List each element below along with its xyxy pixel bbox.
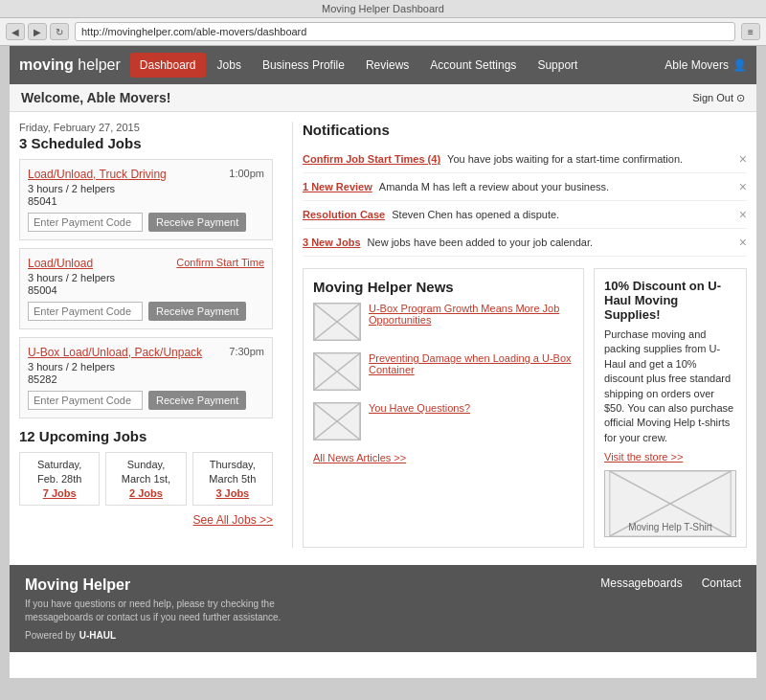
nav-reviews[interactable]: Reviews: [356, 53, 418, 78]
upcoming-date-3: March 5th: [201, 473, 264, 485]
upcoming-jobs-2[interactable]: 2 Jobs: [114, 487, 177, 499]
forward-button[interactable]: ▶: [28, 23, 47, 40]
job-card-1: Load/Unload, Truck Driving 1:00pm 3 hour…: [19, 159, 273, 240]
job-2-payment-input[interactable]: [28, 302, 143, 321]
job-1-time: 1:00pm: [229, 168, 264, 179]
footer: Moving Helper If you have questions or n…: [10, 565, 756, 652]
sub-header: Welcome, Able Movers! Sign Out ⊙: [10, 84, 756, 112]
job-3-link[interactable]: U-Box Load/Unload, Pack/Unpack: [28, 346, 202, 359]
footer-contact-link[interactable]: Contact: [702, 576, 741, 590]
see-all-jobs-link[interactable]: See All Jobs >>: [19, 513, 273, 527]
news-image-3: [313, 402, 361, 440]
job-1-link[interactable]: Load/Unload, Truck Driving: [28, 168, 167, 181]
notification-3-text: Steven Chen has opened a dispute.: [392, 209, 559, 220]
nav-jobs[interactable]: Jobs: [208, 53, 251, 78]
welcome-text: Welcome, Able Movers!: [21, 90, 170, 105]
promo-image: Moving Help T-Shirt: [604, 470, 736, 537]
job-2-confirm-link[interactable]: Confirm Start Time: [176, 257, 264, 268]
column-divider: [292, 122, 293, 548]
notification-4-close[interactable]: ×: [739, 235, 747, 250]
upcoming-jobs-3[interactable]: 3 Jobs: [201, 487, 264, 499]
sign-out-button[interactable]: Sign Out ⊙: [692, 92, 745, 104]
footer-links: Messageboards Contact: [600, 576, 741, 590]
user-icon: 👤: [732, 58, 747, 72]
promo-section: 10% Discount on U-Haul Moving Supplies! …: [594, 268, 747, 548]
notification-1-link[interactable]: Confirm Job Start Times (4): [303, 153, 440, 165]
upcoming-date-1: Feb. 28th: [28, 473, 91, 485]
footer-powered: Powered by U-HAUL: [25, 630, 293, 641]
job-card-2: Load/Unload Confirm Start Time 3 hours /…: [19, 248, 273, 329]
notification-4-content: 3 New Jobs New jobs have been added to y…: [303, 237, 593, 248]
sign-out-icon: ⊙: [736, 92, 745, 104]
notification-4-link[interactable]: 3 New Jobs: [303, 237, 361, 248]
notification-1-content: Confirm Job Start Times (4) You have job…: [303, 153, 683, 165]
footer-messageboards-link[interactable]: Messageboards: [600, 576, 682, 590]
upcoming-jobs-title: 12 Upcoming Jobs: [19, 428, 273, 444]
job-1-detail1: 3 hours / 2 helpers: [28, 183, 264, 194]
upcoming-card-1: Saturday, Feb. 28th 7 Jobs: [19, 452, 100, 506]
news-image-2: [313, 352, 361, 391]
bottom-right: Moving Helper News U-Box Program Growth …: [303, 268, 747, 548]
site-logo: moving helper: [19, 56, 121, 74]
upcoming-jobs-section: 12 Upcoming Jobs Saturday, Feb. 28th 7 J…: [19, 428, 273, 527]
browser-toolbar: ◀ ▶ ↻ ≡: [0, 18, 766, 46]
job-1-payment-input[interactable]: [28, 213, 143, 232]
back-button[interactable]: ◀: [6, 23, 25, 40]
right-column: Notifications Confirm Job Start Times (4…: [303, 122, 747, 548]
news-image-1: [313, 303, 361, 341]
job-2-detail1: 3 hours / 2 helpers: [28, 272, 264, 283]
main-content: Friday, February 27, 2015 3 Scheduled Jo…: [10, 112, 756, 557]
notification-item-2: 1 New Review Amanda M has left a review …: [303, 173, 747, 201]
upcoming-day-2: Sunday,: [114, 459, 177, 470]
upcoming-card-3: Thursday, March 5th 3 Jobs: [192, 452, 273, 506]
job-2-link[interactable]: Load/Unload: [28, 257, 93, 270]
address-bar[interactable]: [75, 22, 735, 41]
refresh-button[interactable]: ↻: [50, 23, 69, 40]
promo-img-label: Moving Help T-Shirt: [605, 522, 735, 532]
job-1-receive-payment-button[interactable]: Receive Payment: [148, 213, 246, 232]
upcoming-card-2: Sunday, March 1st, 2 Jobs: [105, 452, 186, 506]
notification-3-content: Resolution Case Steven Chen has opened a…: [303, 209, 559, 220]
job-3-receive-payment-button[interactable]: Receive Payment: [148, 391, 246, 410]
upcoming-date-2: March 1st,: [114, 473, 177, 485]
upcoming-jobs-1[interactable]: 7 Jobs: [28, 487, 91, 499]
nav-account-settings[interactable]: Account Settings: [420, 53, 526, 78]
upcoming-day-3: Thursday,: [201, 459, 264, 470]
all-news-link[interactable]: All News Articles >>: [313, 452, 574, 463]
promo-text: Purchase moving and packing supplies fro…: [604, 327, 736, 445]
notification-2-content: 1 New Review Amanda M has left a review …: [303, 181, 609, 192]
notification-3-link[interactable]: Resolution Case: [303, 209, 385, 220]
nav-dashboard[interactable]: Dashboard: [130, 53, 206, 78]
notification-2-text: Amanda M has left a review about your bu…: [379, 181, 609, 192]
news-1-link[interactable]: U-Box Program Growth Means More Job Oppo…: [369, 303, 574, 326]
job-3-payment-input[interactable]: [28, 391, 143, 410]
footer-uhaul-brand: U-HAUL: [79, 630, 116, 641]
news-2-link[interactable]: Preventing Damage when Loading a U-Box C…: [369, 352, 574, 375]
left-column: Friday, February 27, 2015 3 Scheduled Jo…: [19, 122, 273, 548]
job-2-detail2: 85004: [28, 284, 264, 296]
notification-3-close[interactable]: ×: [739, 207, 747, 222]
footer-text: If you have questions or need help, plea…: [25, 598, 293, 624]
notification-2-link[interactable]: 1 New Review: [303, 181, 372, 192]
promo-store-link[interactable]: Visit the store >>: [604, 451, 736, 463]
nav-support[interactable]: Support: [528, 53, 587, 78]
notification-item-3: Resolution Case Steven Chen has opened a…: [303, 201, 747, 229]
notifications-section: Notifications Confirm Job Start Times (4…: [303, 122, 747, 257]
notification-1-close[interactable]: ×: [739, 151, 747, 167]
job-card-3: U-Box Load/Unload, Pack/Unpack 7:30pm 3 …: [19, 337, 273, 418]
upcoming-day-1: Saturday,: [28, 459, 91, 470]
job-3-detail1: 3 hours / 2 helpers: [28, 361, 264, 373]
notification-4-text: New jobs have been added to your job cal…: [368, 237, 593, 248]
notification-2-close[interactable]: ×: [739, 179, 747, 194]
job-3-detail2: 85282: [28, 373, 264, 385]
job-2-receive-payment-button[interactable]: Receive Payment: [148, 302, 246, 321]
browser-menu-button[interactable]: ≡: [741, 23, 760, 40]
notification-1-text: You have jobs waiting for a start-time c…: [447, 153, 683, 165]
nav-business-profile[interactable]: Business Profile: [253, 53, 354, 78]
news-item-2: Preventing Damage when Loading a U-Box C…: [313, 352, 574, 391]
news-3-link[interactable]: You Have Questions?: [369, 402, 470, 414]
news-item-1: U-Box Program Growth Means More Job Oppo…: [313, 303, 574, 341]
notification-item-1: Confirm Job Start Times (4) You have job…: [303, 146, 747, 173]
footer-left: Moving Helper If you have questions or n…: [25, 576, 293, 641]
top-nav: moving helper Dashboard Jobs Business Pr…: [10, 46, 756, 84]
